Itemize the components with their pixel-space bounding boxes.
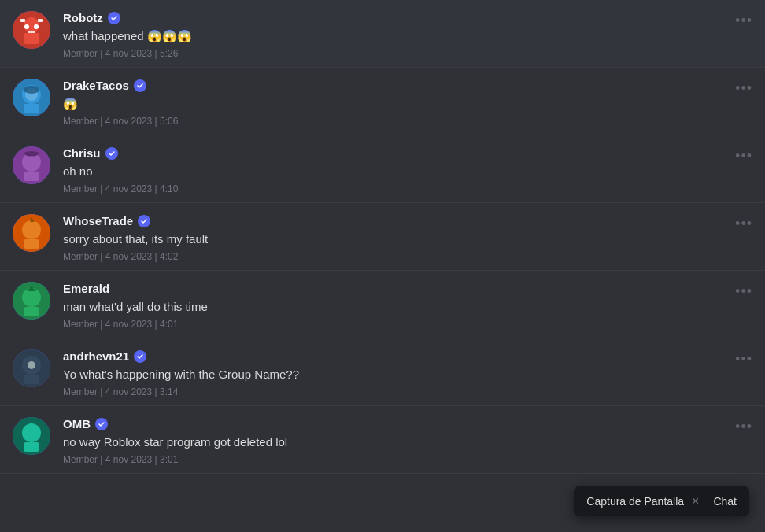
svg-rect-2 bbox=[24, 33, 39, 44]
message-header: andrhevn21 bbox=[63, 349, 752, 363]
more-options-button[interactable]: ••• bbox=[735, 216, 752, 232]
more-options-button[interactable]: ••• bbox=[735, 148, 752, 164]
avatar bbox=[13, 79, 50, 116]
message-header: Emerald bbox=[63, 282, 752, 295]
message-content: WhoseTrade sorry about that, its my faul… bbox=[63, 214, 752, 262]
message-text: Yo what's happening with the Group Name?… bbox=[63, 366, 752, 382]
message-text: oh no bbox=[63, 163, 752, 179]
avatar bbox=[13, 417, 50, 455]
username: andrhevn21 bbox=[63, 349, 129, 363]
message-item-2: Chrisu oh no Member | 4 nov 2023 | 4:10 … bbox=[0, 135, 765, 203]
message-content: DrakeTacos 😱 Member | 4 nov 2023 | 5:06 bbox=[63, 79, 752, 127]
message-header: Chrisu bbox=[63, 146, 752, 160]
avatar bbox=[13, 214, 50, 252]
verified-badge bbox=[108, 12, 120, 24]
avatar bbox=[13, 11, 50, 49]
message-header: Robotz bbox=[63, 11, 752, 24]
avatar bbox=[13, 146, 50, 184]
tooltip-chat-label: Chat bbox=[713, 495, 737, 508]
verified-badge bbox=[95, 418, 108, 430]
message-header: OMB bbox=[63, 417, 752, 430]
message-content: Robotz what happened 😱😱😱 Member | 4 nov … bbox=[63, 11, 752, 59]
svg-point-6 bbox=[34, 24, 39, 29]
message-meta: Member | 4 nov 2023 | 3:14 bbox=[63, 386, 752, 397]
message-content: OMB no way Roblox star program got delet… bbox=[63, 417, 752, 465]
svg-point-12 bbox=[24, 86, 39, 94]
svg-rect-18 bbox=[24, 239, 39, 249]
message-header: WhoseTrade bbox=[63, 214, 752, 227]
avatar bbox=[13, 282, 50, 320]
message-header: DrakeTacos bbox=[63, 79, 752, 92]
message-text: what happened 😱😱😱 bbox=[63, 28, 752, 44]
message-item-3: WhoseTrade sorry about that, its my faul… bbox=[0, 203, 765, 271]
svg-rect-26 bbox=[24, 375, 39, 384]
svg-point-27 bbox=[28, 361, 35, 369]
more-options-button[interactable]: ••• bbox=[735, 351, 752, 368]
svg-rect-11 bbox=[24, 104, 39, 113]
message-meta: Member | 4 nov 2023 | 5:26 bbox=[63, 48, 752, 59]
avatar bbox=[13, 349, 50, 387]
username: WhoseTrade bbox=[63, 214, 133, 227]
svg-rect-4 bbox=[38, 19, 42, 22]
username: Emerald bbox=[63, 282, 109, 295]
message-meta: Member | 4 nov 2023 | 4:02 bbox=[63, 251, 752, 262]
tooltip-close-button[interactable]: × bbox=[692, 494, 699, 508]
message-meta: Member | 4 nov 2023 | 4:10 bbox=[63, 183, 752, 194]
svg-rect-30 bbox=[24, 442, 39, 452]
username: OMB bbox=[63, 417, 91, 430]
svg-rect-22 bbox=[24, 307, 39, 316]
message-text: 😱 bbox=[63, 95, 752, 112]
message-item-4: Emerald man what'd yall do this time Mem… bbox=[0, 271, 765, 338]
svg-point-17 bbox=[22, 220, 41, 239]
message-list: Robotz what happened 😱😱😱 Member | 4 nov … bbox=[0, 0, 765, 474]
message-content: andrhevn21 Yo what's happening with the … bbox=[63, 349, 752, 397]
message-content: Emerald man what'd yall do this time Mem… bbox=[63, 282, 752, 330]
svg-rect-3 bbox=[20, 19, 25, 22]
verified-badge bbox=[134, 350, 146, 363]
verified-badge bbox=[105, 147, 118, 160]
svg-rect-15 bbox=[24, 172, 39, 181]
message-item-1: DrakeTacos 😱 Member | 4 nov 2023 | 5:06 … bbox=[0, 68, 765, 135]
message-item-6: OMB no way Roblox star program got delet… bbox=[0, 406, 765, 474]
message-text: man what'd yall do this time bbox=[63, 298, 752, 315]
message-content: Chrisu oh no Member | 4 nov 2023 | 4:10 bbox=[63, 146, 752, 194]
username: Robotz bbox=[63, 11, 103, 24]
svg-rect-7 bbox=[28, 31, 35, 33]
verified-badge bbox=[138, 215, 150, 227]
username: Chrisu bbox=[63, 146, 101, 160]
message-text: sorry about that, its my fault bbox=[63, 231, 752, 247]
message-item-5: andrhevn21 Yo what's happening with the … bbox=[0, 338, 765, 406]
message-meta: Member | 4 nov 2023 | 3:01 bbox=[63, 454, 752, 465]
more-options-button[interactable]: ••• bbox=[735, 419, 752, 435]
more-options-button[interactable]: ••• bbox=[735, 80, 752, 97]
message-meta: Member | 4 nov 2023 | 4:01 bbox=[63, 319, 752, 330]
more-options-button[interactable]: ••• bbox=[735, 13, 752, 29]
message-text: no way Roblox star program got deleted l… bbox=[63, 434, 752, 450]
username: DrakeTacos bbox=[63, 79, 129, 92]
message-item-0: Robotz what happened 😱😱😱 Member | 4 nov … bbox=[0, 0, 765, 68]
tooltip-label: Captura de Pantalla bbox=[586, 495, 684, 508]
svg-point-5 bbox=[24, 24, 29, 29]
message-meta: Member | 4 nov 2023 | 5:06 bbox=[63, 116, 752, 127]
verified-badge bbox=[134, 79, 146, 92]
svg-point-29 bbox=[22, 423, 41, 442]
more-options-button[interactable]: ••• bbox=[735, 283, 752, 300]
chat-tooltip: Captura de Pantalla × Chat bbox=[574, 486, 749, 516]
